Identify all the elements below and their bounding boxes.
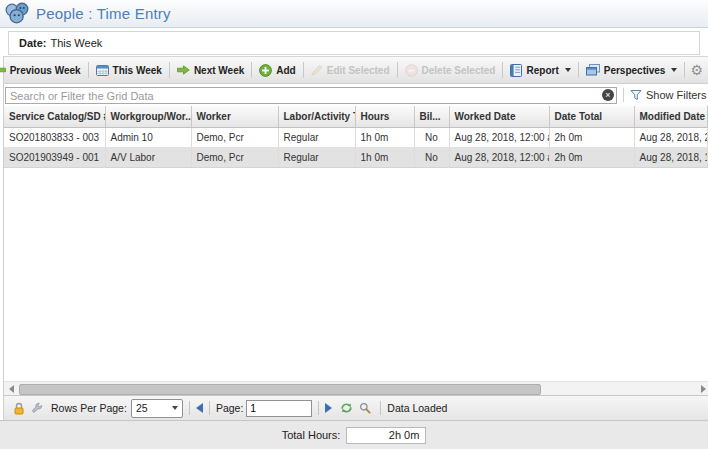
show-filters-label: Show Filters bbox=[646, 89, 707, 101]
pager-separator bbox=[189, 401, 190, 415]
table-row[interactable]: SO201803833 - 003 Admin 10 Demo, Pcr Reg… bbox=[4, 127, 708, 147]
toolbar-separator bbox=[578, 62, 579, 78]
rows-per-page-value: 25 bbox=[136, 402, 148, 414]
pagination-bar: Rows Per Page: 25 Page: Dat bbox=[4, 395, 708, 420]
search-magnifier-icon[interactable] bbox=[359, 402, 371, 414]
scroll-right-arrow-icon[interactable] bbox=[701, 385, 706, 393]
refresh-icon[interactable] bbox=[340, 402, 353, 414]
next-page-button[interactable] bbox=[325, 403, 332, 413]
lock-icon[interactable] bbox=[13, 402, 25, 415]
previous-week-label: Previous Week bbox=[10, 65, 81, 76]
horizontal-scrollbar[interactable] bbox=[4, 381, 708, 395]
search-separator bbox=[623, 88, 624, 102]
cell-date-total: 2h 0m bbox=[549, 147, 634, 167]
cell-billable: No bbox=[414, 147, 449, 167]
pager-separator bbox=[318, 401, 319, 415]
time-entry-grid: Service Catalog/SD # Workgroup/Wor... Wo… bbox=[4, 106, 708, 168]
cell-worked-date: Aug 28, 2018, 12:00 am bbox=[449, 147, 549, 167]
funnel-icon bbox=[630, 89, 642, 101]
column-header-service-catalog[interactable]: Service Catalog/SD # bbox=[4, 106, 105, 127]
green-arrow-right-icon bbox=[177, 65, 190, 75]
search-input[interactable] bbox=[5, 87, 617, 104]
rows-per-page-label: Rows Per Page: bbox=[51, 402, 127, 414]
toolbar-separator bbox=[169, 62, 170, 78]
wrench-icon[interactable] bbox=[31, 402, 43, 414]
grid-toolbar: Previous Week This Week Next Week bbox=[4, 56, 708, 84]
cell-service-catalog: SO201803833 - 003 bbox=[4, 127, 105, 147]
column-header-modified-date[interactable]: Modified Date bbox=[634, 106, 708, 127]
pencil-icon bbox=[311, 64, 323, 76]
search-wrap: × bbox=[5, 86, 617, 105]
column-header-hours[interactable]: Hours bbox=[355, 106, 414, 127]
rows-per-page-select[interactable]: 25 bbox=[131, 399, 183, 418]
page-title: People : Time Entry bbox=[36, 5, 171, 22]
report-button[interactable]: Report bbox=[506, 62, 574, 79]
total-hours-value: 2h 0m bbox=[346, 427, 426, 444]
this-week-label: This Week bbox=[113, 65, 162, 76]
totals-bar: Total Hours: 2h 0m bbox=[0, 420, 708, 449]
minus-circle-icon bbox=[405, 64, 418, 77]
calendar-icon bbox=[96, 64, 109, 76]
add-circle-icon bbox=[259, 64, 272, 77]
next-week-label: Next Week bbox=[194, 65, 244, 76]
cell-modified-date: Aug 28, 2018, 1:34 pm bbox=[634, 147, 708, 167]
toolbar-separator bbox=[303, 62, 304, 78]
cell-labor-activity: Regular bbox=[278, 127, 355, 147]
column-header-worked-date[interactable]: Worked Date bbox=[449, 106, 549, 127]
clear-search-icon[interactable]: × bbox=[602, 89, 614, 101]
cell-billable: No bbox=[414, 127, 449, 147]
report-label: Report bbox=[526, 65, 558, 76]
column-header-labor-activity[interactable]: Labor/Activity T... bbox=[278, 106, 355, 127]
horizontal-scrollbar-thumb[interactable] bbox=[19, 384, 541, 395]
cell-date-total: 2h 0m bbox=[549, 127, 634, 147]
column-header-date-total[interactable]: Date Total bbox=[549, 106, 634, 127]
total-hours-label: Total Hours: bbox=[282, 429, 341, 441]
next-week-button[interactable]: Next Week bbox=[173, 63, 248, 78]
date-filter-bar[interactable]: Date: This Week bbox=[8, 31, 700, 55]
report-book-icon bbox=[510, 64, 522, 77]
add-button[interactable]: Add bbox=[255, 62, 299, 79]
column-header-worker[interactable]: Worker bbox=[191, 106, 278, 127]
cell-worked-date: Aug 28, 2018, 12:00 am bbox=[449, 127, 549, 147]
toolbar-separator bbox=[251, 62, 252, 78]
toolbar-separator bbox=[88, 62, 89, 78]
cell-service-catalog: SO201903949 - 001 bbox=[4, 147, 105, 167]
cell-hours: 1h 0m bbox=[355, 147, 414, 167]
cell-worker: Demo, Pcr bbox=[191, 127, 278, 147]
toolbar-separator bbox=[502, 62, 503, 78]
grid-empty-area bbox=[4, 168, 708, 382]
column-header-workgroup[interactable]: Workgroup/Wor... bbox=[105, 106, 191, 127]
delete-selected-button[interactable]: Delete Selected bbox=[401, 62, 500, 79]
cell-modified-date: Aug 28, 2018, 2:31 pm bbox=[634, 127, 708, 147]
cell-hours: 1h 0m bbox=[355, 127, 414, 147]
add-label: Add bbox=[276, 65, 295, 76]
column-header-billable[interactable]: Bil... bbox=[414, 106, 449, 127]
perspectives-button[interactable]: Perspectives bbox=[582, 62, 682, 78]
this-week-button[interactable]: This Week bbox=[92, 62, 166, 78]
previous-week-button[interactable]: Previous Week bbox=[0, 63, 85, 78]
cell-workgroup: Admin 10 bbox=[105, 127, 191, 147]
date-label: Date: bbox=[19, 37, 47, 49]
app-header: People : Time Entry bbox=[0, 0, 708, 28]
people-icon bbox=[4, 2, 30, 25]
scroll-left-arrow-icon[interactable] bbox=[9, 385, 14, 393]
chevron-down-icon bbox=[172, 406, 178, 410]
page-number-input[interactable] bbox=[246, 400, 312, 417]
grid-panel: Previous Week This Week Next Week bbox=[3, 56, 708, 420]
gear-icon[interactable]: ⚙ bbox=[690, 63, 703, 77]
cell-labor-activity: Regular bbox=[278, 147, 355, 167]
toolbar-separator bbox=[684, 62, 685, 78]
toolbar-separator bbox=[397, 62, 398, 78]
green-arrow-left-icon bbox=[0, 65, 6, 75]
previous-page-button[interactable] bbox=[196, 403, 203, 413]
edit-selected-label: Edit Selected bbox=[327, 65, 390, 76]
edit-selected-button[interactable]: Edit Selected bbox=[307, 62, 394, 78]
delete-selected-label: Delete Selected bbox=[422, 65, 496, 76]
page-label: Page: bbox=[216, 402, 243, 414]
show-filters-button[interactable]: Show Filters bbox=[630, 89, 707, 101]
chevron-down-icon bbox=[671, 68, 677, 72]
cell-worker: Demo, Pcr bbox=[191, 147, 278, 167]
pager-separator bbox=[380, 401, 381, 415]
chevron-down-icon bbox=[565, 68, 571, 72]
table-row[interactable]: SO201903949 - 001 A/V Labor Demo, Pcr Re… bbox=[4, 147, 708, 167]
